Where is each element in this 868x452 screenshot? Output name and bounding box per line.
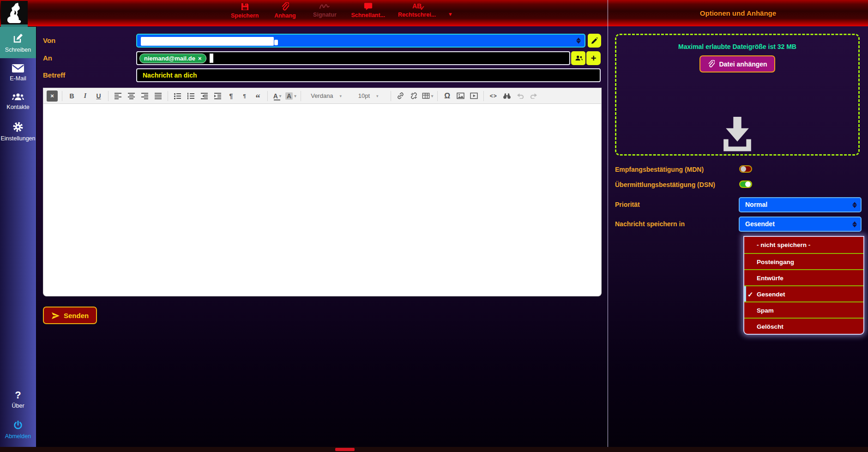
remove-link-icon[interactable] xyxy=(409,90,419,102)
options-panel-title: Optionen und Anhänge xyxy=(608,0,868,26)
attachment-dropzone[interactable]: Maximal erlaubte Dateigröße ist 32 MB Da… xyxy=(615,34,860,156)
insert-link-icon[interactable] xyxy=(395,90,406,102)
max-filesize-note: Maximal erlaubte Dateigröße ist 32 MB xyxy=(678,43,796,50)
more-actions-caret-down-icon[interactable]: ▾ xyxy=(449,11,452,18)
outdent-icon[interactable] xyxy=(199,90,210,102)
recipient-chip[interactable]: niemand@mail.de × xyxy=(139,54,206,63)
toggle-knob xyxy=(741,166,746,172)
dsn-toggle[interactable] xyxy=(739,181,752,188)
speech-bubble-icon xyxy=(364,2,373,11)
source-code-icon[interactable]: <> xyxy=(488,90,499,102)
remove-recipient-icon[interactable]: × xyxy=(198,55,202,62)
background-color-button[interactable]: A▾ xyxy=(285,90,296,102)
indent-icon[interactable] xyxy=(212,90,223,102)
undo-icon[interactable] xyxy=(515,90,525,102)
spellcheck-button[interactable]: AB✓ Rechtschrei... xyxy=(398,2,436,18)
paragraph-ltr-icon[interactable]: ¶ xyxy=(226,90,236,102)
panel-divider[interactable] xyxy=(608,0,608,447)
folder-option-geloescht[interactable]: Gelöscht xyxy=(744,318,863,334)
sidebar-item-kontakte[interactable]: Kontakte xyxy=(0,87,36,115)
folder-option-spam[interactable]: Spam xyxy=(744,301,863,318)
sidebar-nav: Schreiben E-Mail Kontakte Einstellungen … xyxy=(0,27,36,447)
select-spinner-icon xyxy=(852,221,857,228)
scrollbar-thumb[interactable] xyxy=(335,448,355,451)
align-justify-icon[interactable] xyxy=(153,90,163,102)
sidebar-item-einstellungen[interactable]: Einstellungen xyxy=(0,115,36,147)
toolbar-separator xyxy=(437,91,438,101)
horizontal-scrollbar[interactable] xyxy=(0,447,868,452)
contacts-picker-button[interactable] xyxy=(571,51,585,65)
spellcheck-label: Rechtschrei... xyxy=(398,12,436,18)
app-logo[interactable] xyxy=(1,1,28,27)
mdn-label: Empfangsbestätigung (MDN) xyxy=(615,166,704,173)
source-close-icon[interactable]: × xyxy=(47,90,58,102)
redo-icon[interactable] xyxy=(528,90,539,102)
rich-text-editor: × B I U ¶ ¶ “ A▾ A▾ xyxy=(43,88,602,296)
from-select[interactable] xyxy=(136,34,585,48)
insert-image-icon[interactable] xyxy=(455,90,466,102)
editor-content[interactable] xyxy=(43,104,602,296)
check-icon: ✓ xyxy=(747,286,753,302)
compose-area: Von An Betreff niemand@mail.de × xyxy=(36,26,608,447)
send-label: Senden xyxy=(64,312,89,319)
ordered-list-icon[interactable] xyxy=(186,90,196,102)
italic-button[interactable]: I xyxy=(80,90,90,102)
text-color-button[interactable]: A▾ xyxy=(272,90,283,102)
toolbar-separator xyxy=(483,91,484,101)
edit-identity-button[interactable] xyxy=(588,34,601,48)
attach-file-button[interactable]: Datei anhängen xyxy=(699,55,775,72)
paragraph-rtl-icon[interactable]: ¶ xyxy=(239,90,250,102)
unordered-list-icon[interactable] xyxy=(172,90,183,102)
sidebar-item-schreiben[interactable]: Schreiben xyxy=(0,27,36,58)
envelope-icon xyxy=(12,64,24,72)
select-spinner-icon xyxy=(852,201,857,208)
folder-option-gesendet[interactable]: ✓ Gesendet xyxy=(744,285,863,301)
sidebar-item-ueber[interactable]: ? Über xyxy=(0,385,36,414)
options-panel: Maximal erlaubte Dateigröße ist 32 MB Da… xyxy=(608,26,868,447)
mdn-toggle[interactable] xyxy=(739,165,752,173)
align-center-icon[interactable] xyxy=(126,90,137,102)
caret-down-icon: ▾ xyxy=(279,94,282,98)
paper-plane-icon xyxy=(51,312,60,319)
to-input[interactable]: niemand@mail.de × xyxy=(136,51,570,65)
text-cursor xyxy=(210,54,213,63)
save-draft-button[interactable]: Speichern xyxy=(231,2,259,19)
select-spinner-icon xyxy=(576,37,581,44)
folder-option-posteingang[interactable]: Posteingang xyxy=(744,253,863,269)
store-folder-select[interactable]: Gesendet xyxy=(739,217,862,232)
align-left-icon[interactable] xyxy=(113,90,123,102)
power-icon xyxy=(13,420,23,430)
priority-label: Priorität xyxy=(615,201,640,208)
send-button[interactable]: Senden xyxy=(43,307,97,324)
blockquote-icon[interactable]: “ xyxy=(253,90,263,102)
toolbar-separator xyxy=(168,91,168,101)
attachment-button[interactable]: Anhang xyxy=(271,2,298,19)
app-window: Speichern Anhang Signatur Schnellant... xyxy=(0,0,868,452)
caret-down-icon: ▾ xyxy=(340,94,342,98)
sidebar-label: Abmelden xyxy=(5,433,31,440)
folder-option-nicht-speichern[interactable]: - nicht speichern - xyxy=(744,237,863,253)
sidebar-item-abmelden[interactable]: Abmelden xyxy=(0,414,36,447)
attachment-label: Anhang xyxy=(274,12,296,19)
bold-button[interactable]: B xyxy=(66,90,77,102)
font-size-select[interactable]: 10pt▾ xyxy=(350,90,386,102)
add-recipient-button[interactable]: + xyxy=(586,51,601,65)
special-character-icon[interactable]: Ω xyxy=(442,90,452,102)
sidebar-label: Über xyxy=(12,403,24,409)
insert-media-icon[interactable] xyxy=(469,90,479,102)
signature-button[interactable]: Signatur xyxy=(311,2,338,18)
priority-select[interactable]: Normal xyxy=(739,197,862,212)
underline-button[interactable]: U xyxy=(93,90,104,102)
toolbar-separator xyxy=(301,91,301,101)
sidebar-item-email[interactable]: E-Mail xyxy=(0,58,36,87)
signature-icon xyxy=(319,2,330,10)
insert-table-icon[interactable]: ▾ xyxy=(422,90,434,102)
save-draft-label: Speichern xyxy=(231,12,259,19)
align-right-icon[interactable] xyxy=(139,90,150,102)
folder-option-entwuerfe[interactable]: Entwürfe xyxy=(744,269,863,285)
to-label: An xyxy=(43,51,131,65)
font-family-select[interactable]: Verdana▾ xyxy=(305,90,348,102)
subject-input[interactable]: Nachricht an dich xyxy=(136,68,601,82)
quick-response-button[interactable]: Schnellant... xyxy=(351,2,385,18)
find-replace-icon[interactable] xyxy=(501,90,512,102)
